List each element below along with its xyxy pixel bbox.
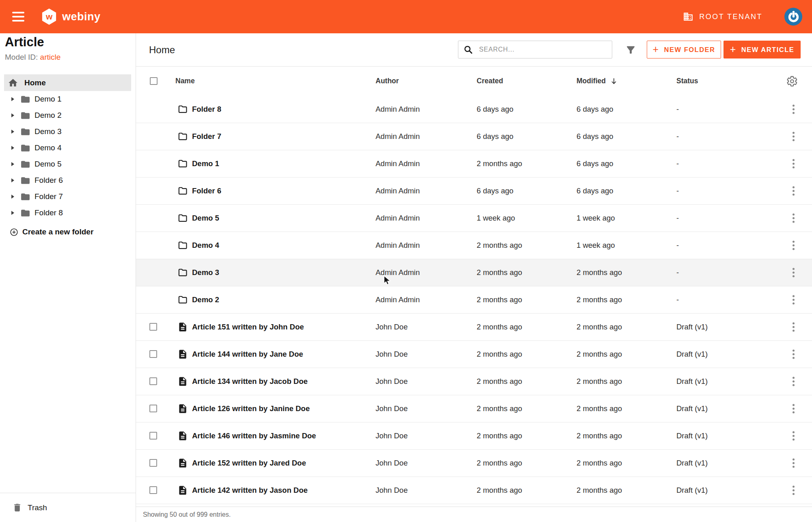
table-row[interactable]: Demo 5 Admin Admin 1 week ago 1 week ago… [136,205,812,232]
row-name[interactable]: Demo 2 [192,286,219,313]
row-name[interactable]: Article 142 written by Jason Doe [192,477,308,504]
sidebar-folder-item[interactable]: Demo 4 [0,140,136,156]
chevron-right-icon[interactable] [11,178,14,182]
document-icon [177,458,188,468]
table-row[interactable]: Folder 6 Admin Admin 6 days ago 6 days a… [136,178,812,205]
filter-icon[interactable] [624,43,637,56]
sidebar-folder-item[interactable]: Folder 7 [0,188,136,205]
row-name[interactable]: Folder 6 [192,178,221,204]
chevron-right-icon[interactable] [11,97,14,101]
table-row[interactable]: Demo 1 Admin Admin 2 months ago 6 days a… [136,150,812,178]
table-row[interactable]: Folder 7 Admin Admin 6 days ago 6 days a… [136,123,812,150]
table-row[interactable]: Demo 3 Admin Admin 2 months ago 2 months… [136,259,812,286]
kebab-menu-icon[interactable] [790,266,796,279]
kebab-menu-icon[interactable] [790,348,796,361]
kebab-menu-icon[interactable] [790,375,796,388]
row-name[interactable]: Article 134 written by Jacob Doe [192,368,308,395]
tenant-selector[interactable]: ROOT TENANT [683,11,762,22]
row-name[interactable]: Demo 3 [192,259,219,286]
main-content: Home + NEW FOLDER + [136,33,812,522]
sidebar-folder-item[interactable]: Demo 3 [0,123,136,140]
row-name[interactable]: Folder 7 [192,123,221,150]
row-name[interactable]: Demo 4 [192,232,219,259]
row-name[interactable]: Article 151 written by John Doe [192,314,304,340]
sidebar-folder-item[interactable]: Demo 5 [0,156,136,172]
row-author: John Doe [376,477,408,504]
new-folder-button[interactable]: + NEW FOLDER [647,41,721,58]
row-name[interactable]: Demo 1 [192,150,219,177]
row-name[interactable]: Folder 8 [192,96,221,123]
row-name[interactable]: Article 126 written by Janine Doe [192,395,310,422]
row-created: 2 months ago [477,150,522,177]
kebab-menu-icon[interactable] [790,294,796,306]
model-id: Model ID: article [5,53,60,62]
table-row[interactable]: Article 146 written by Jasmine Doe John … [136,422,812,450]
row-checkbox[interactable] [149,405,157,412]
column-header-created[interactable]: Created [477,66,503,96]
chevron-right-icon[interactable] [11,162,14,166]
column-header-modified[interactable]: Modified [577,66,618,96]
table-row[interactable]: Demo 2 Admin Admin 2 months ago 2 months… [136,286,812,314]
search-input[interactable] [478,45,607,54]
row-checkbox[interactable] [149,350,157,358]
row-name[interactable]: Article 152 written by Jared Doe [192,450,306,477]
row-name[interactable]: Demo 5 [192,205,219,232]
table-settings-gear-icon[interactable] [786,76,798,89]
chevron-right-icon[interactable] [11,146,14,150]
chevron-right-icon[interactable] [11,113,14,117]
table-row[interactable]: Folder 8 Admin Admin 6 days ago 6 days a… [136,96,812,123]
folder-icon [20,175,30,186]
column-header-status[interactable]: Status [676,66,698,96]
table-row[interactable]: Article 144 written by Jane Doe John Doe… [136,341,812,368]
chevron-right-icon[interactable] [11,211,14,215]
sidebar-folder-item[interactable]: Demo 2 [0,107,136,123]
table-row[interactable]: Article 152 written by Jared Doe John Do… [136,450,812,477]
column-header-author[interactable]: Author [376,66,399,96]
folder-icon [177,295,188,305]
sidebar-item-home[interactable]: Home [4,74,131,91]
kebab-menu-icon[interactable] [790,484,796,497]
create-folder-button[interactable]: Create a new folder [0,224,136,240]
kebab-menu-icon[interactable] [790,158,796,170]
row-author: Admin Admin [376,286,420,313]
column-header-name[interactable]: Name [175,66,195,96]
kebab-menu-icon[interactable] [790,430,796,442]
row-name[interactable]: Article 144 written by Jane Doe [192,341,303,368]
row-checkbox[interactable] [149,323,157,331]
hamburger-menu-icon[interactable] [12,12,25,22]
select-all-checkbox[interactable] [150,77,158,85]
top-app-bar: w webiny ROOT TENANT [0,0,812,33]
row-checkbox[interactable] [149,432,157,440]
kebab-menu-icon[interactable] [790,457,796,470]
kebab-menu-icon[interactable] [790,130,796,143]
kebab-menu-icon[interactable] [790,403,796,415]
kebab-menu-icon[interactable] [790,212,796,225]
sidebar: Article Model ID: article Home Demo 1 [0,33,136,522]
sidebar-folder-item[interactable]: Folder 6 [0,172,136,188]
sidebar-folder-label: Folder 7 [35,192,63,201]
kebab-menu-icon[interactable] [790,321,796,334]
sidebar-folder-item[interactable]: Folder 8 [0,205,136,221]
table-row[interactable]: Demo 4 Admin Admin 2 months ago 1 week a… [136,232,812,259]
row-created: 6 days ago [477,96,514,123]
row-modified: 6 days ago [577,96,613,123]
kebab-menu-icon[interactable] [790,103,796,116]
row-name[interactable]: Article 146 written by Jasmine Doe [192,422,316,449]
table-row[interactable]: Article 151 written by John Doe John Doe… [136,314,812,341]
row-checkbox[interactable] [149,377,157,385]
table-row[interactable]: Article 142 written by Jason Doe John Do… [136,477,812,504]
chevron-right-icon[interactable] [11,130,14,134]
table-row[interactable]: Article 126 written by Janine Doe John D… [136,395,812,422]
table-row[interactable]: Article 134 written by Jacob Doe John Do… [136,368,812,395]
row-checkbox[interactable] [149,459,157,467]
avatar[interactable] [784,8,802,26]
sidebar-trash[interactable]: Trash [0,493,136,522]
sidebar-folder-item[interactable]: Demo 1 [0,91,136,107]
new-article-button[interactable]: + NEW ARTICLE [723,41,801,58]
kebab-menu-icon[interactable] [790,185,796,197]
kebab-menu-icon[interactable] [790,239,796,252]
chevron-right-icon[interactable] [11,195,14,199]
row-author: Admin Admin [376,150,420,177]
row-checkbox[interactable] [149,486,157,494]
webiny-logo[interactable]: w webiny [41,8,101,25]
